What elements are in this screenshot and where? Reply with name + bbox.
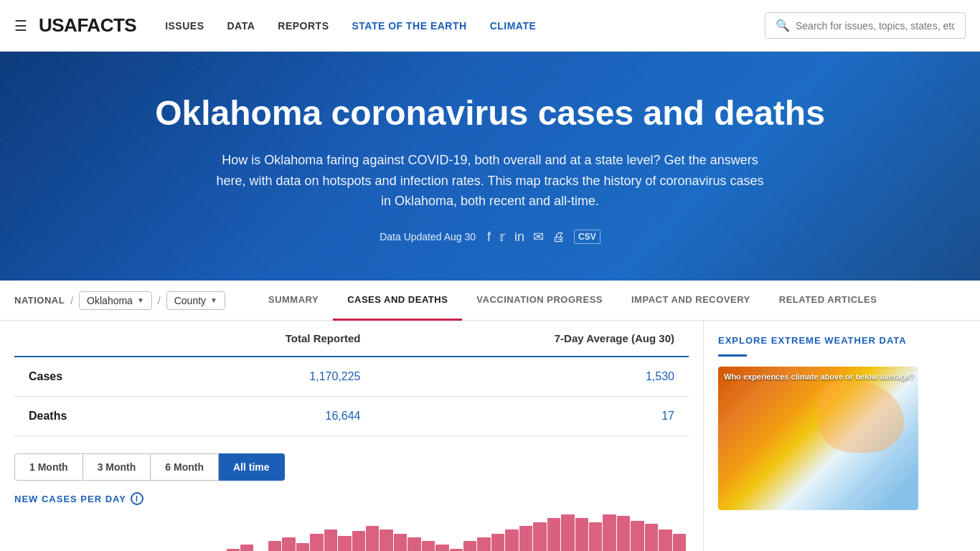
chart-bar (366, 526, 379, 551)
navbar: ☰ USAFACTS ISSUES DATA REPORTS STATE OF … (0, 0, 980, 52)
hero-section: Oklahoma coronavirus cases and deaths Ho… (0, 52, 980, 281)
county-value: County (174, 295, 206, 306)
county-dropdown[interactable]: County ▼ (166, 291, 225, 310)
chart-bar (533, 522, 546, 551)
chart-bar (547, 518, 560, 551)
state-dropdown[interactable]: Oklahoma ▼ (79, 291, 152, 310)
chart-bar (407, 537, 420, 551)
csv-download-icon[interactable]: CSV (574, 230, 600, 244)
chart-bar (617, 516, 630, 551)
hero-meta: Data Updated Aug 30 f 𝕣 in ✉ 🖨 CSV (29, 229, 951, 245)
chart-label-text: NEW CASES PER DAY (14, 494, 126, 504)
chart-bar (659, 529, 672, 551)
chart-bar (519, 526, 532, 551)
nav-data[interactable]: DATA (227, 20, 255, 32)
tab-related-articles[interactable]: RELATED ARTICLES (765, 281, 892, 321)
nav-climate[interactable]: CLIMATE (490, 20, 537, 32)
tab-impact-and-recovery[interactable]: IMPACT AND RECOVERY (617, 281, 765, 321)
chart-bar (491, 534, 504, 551)
chart-bar (673, 534, 686, 551)
chart-bar (422, 541, 435, 551)
col-total-header: Total Reported (156, 321, 374, 357)
hero-description: How is Oklahoma faring against COVID-19,… (210, 150, 770, 212)
chart-bar (268, 541, 281, 551)
search-input[interactable] (796, 20, 955, 32)
share-icons: f 𝕣 in ✉ 🖨 CSV (487, 229, 600, 245)
chart-bar (338, 536, 351, 551)
time-btn-alltime[interactable]: All time (219, 453, 285, 481)
chart-bar (394, 534, 407, 551)
chart-bar (589, 522, 602, 551)
county-chevron-icon: ▼ (210, 296, 217, 304)
deaths-total: 16,644 (156, 397, 374, 436)
chart-bar (380, 529, 392, 551)
table-row: Deaths 16,644 17 (14, 397, 689, 436)
breadcrumb-sep-1: / (70, 295, 73, 306)
page-tabs: SUMMARY CASES AND DEATHS VACCINATION PRO… (254, 281, 891, 320)
breadcrumb: NATIONAL / Oklahoma ▼ / County ▼ (14, 291, 225, 310)
hero-title: Oklahoma coronavirus cases and deaths (29, 95, 951, 133)
time-btn-1month[interactable]: 1 Month (14, 453, 83, 481)
breadcrumb-national[interactable]: NATIONAL (14, 295, 65, 306)
facebook-share-icon[interactable]: f (487, 230, 491, 245)
tab-summary[interactable]: SUMMARY (254, 281, 333, 321)
sidebar-map-shape (818, 381, 904, 453)
chart-label: NEW CASES PER DAY i (14, 492, 689, 505)
cases-label: Cases (14, 357, 156, 397)
chart-info-icon[interactable]: i (131, 492, 143, 505)
chart-bar (561, 514, 574, 551)
sidebar-title: EXPLORE EXTREME WEATHER DATA (718, 335, 918, 346)
table-row: Cases 1,170,225 1,530 (14, 357, 689, 397)
state-chevron-icon: ▼ (137, 296, 144, 304)
chart-area (14, 511, 689, 551)
chart-bar (603, 514, 616, 551)
data-updated-label: Data Updated Aug 30 (380, 231, 476, 242)
sidebar-weather-map[interactable]: Who experiences climate above or below a… (718, 367, 918, 510)
chart-bar (505, 529, 518, 551)
chart-bar (575, 518, 588, 551)
linkedin-share-icon[interactable]: in (514, 230, 524, 245)
chart-bar (352, 531, 365, 551)
chart-bar (296, 543, 309, 551)
chart-bar (240, 545, 253, 551)
twitter-share-icon[interactable]: 𝕣 (499, 229, 506, 245)
nav-links: ISSUES DATA REPORTS STATE OF THE EARTH C… (165, 20, 765, 32)
state-value: Oklahoma (87, 295, 133, 306)
time-range-buttons: 1 Month 3 Month 6 Month All time (14, 453, 689, 481)
chart-bar (435, 545, 448, 551)
time-btn-3month[interactable]: 3 Month (83, 453, 151, 481)
cases-total: 1,170,225 (156, 357, 374, 397)
chart-bar (310, 534, 323, 551)
nav-reports[interactable]: REPORTS (278, 20, 329, 32)
deaths-avg: 17 (375, 397, 689, 436)
col-label-header (14, 321, 156, 357)
sidebar: EXPLORE EXTREME WEATHER DATA Who experie… (703, 321, 933, 551)
search-icon: 🔍 (776, 19, 790, 32)
time-btn-6month[interactable]: 6 Month (151, 453, 219, 481)
main-content: Total Reported 7-Day Average (Aug 30) Ca… (0, 321, 703, 551)
sidebar-map-label: Who experiences climate above or below a… (724, 372, 915, 381)
cases-avg: 1,530 (375, 357, 689, 397)
chart-bar (324, 529, 337, 551)
print-share-icon[interactable]: 🖨 (552, 230, 565, 245)
tab-cases-and-deaths[interactable]: CASES AND DEATHS (333, 281, 462, 321)
chart-bar (282, 537, 295, 551)
site-logo[interactable]: USAFACTS (39, 14, 136, 37)
deaths-label: Deaths (14, 397, 156, 436)
breadcrumb-sep-2: / (158, 295, 161, 306)
chart-bar (477, 537, 490, 551)
chart-bar (463, 541, 476, 551)
tab-vaccination-progress[interactable]: VACCINATION PROGRESS (462, 281, 617, 321)
chart-bar (631, 521, 644, 551)
email-share-icon[interactable]: ✉ (533, 229, 544, 245)
nav-issues[interactable]: ISSUES (165, 20, 204, 32)
nav-state-of-the-earth[interactable]: STATE OF THE EARTH (352, 20, 467, 32)
data-table: Total Reported 7-Day Average (Aug 30) Ca… (14, 321, 689, 436)
chart-bar (645, 524, 658, 551)
main-layout: Total Reported 7-Day Average (Aug 30) Ca… (0, 321, 980, 551)
content-nav: NATIONAL / Oklahoma ▼ / County ▼ SUMMARY… (0, 281, 980, 321)
hamburger-menu-icon[interactable]: ☰ (14, 17, 27, 34)
search-bar[interactable]: 🔍 (765, 12, 966, 39)
col-avg-header: 7-Day Average (Aug 30) (375, 321, 689, 357)
sidebar-title-underline (718, 354, 747, 357)
